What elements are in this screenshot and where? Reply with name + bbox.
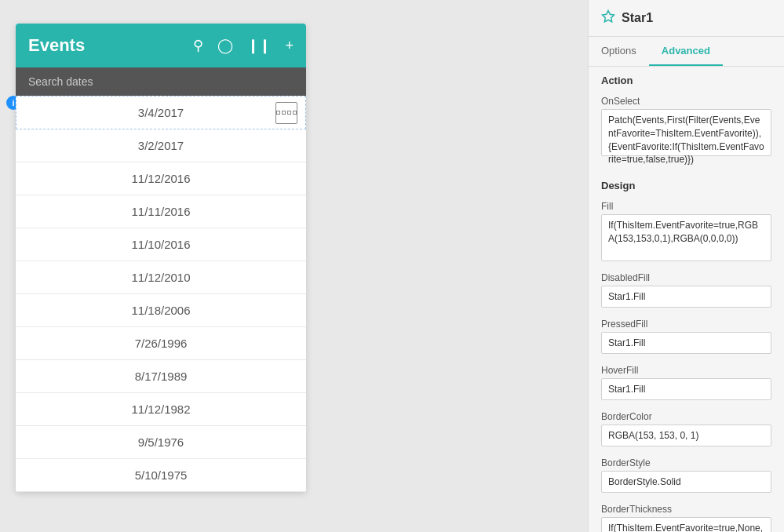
handle-br [293,111,297,115]
panel-title: Star1 [622,11,653,25]
list-item[interactable]: 3/2/2017 [16,129,306,162]
panel-header: Star1 [589,0,784,37]
list-item[interactable]: 11/10/2016 [16,228,306,261]
field-label-borderstyle: BorderStyle [589,453,784,471]
list-item[interactable]: 5/10/1975 [16,459,306,492]
date-value: 11/12/2010 [131,271,190,284]
header-icons: ⚲ ◯ ❙❙ + [193,37,294,54]
section-action-label: Action [589,67,784,91]
field-value-borderstyle[interactable]: BorderStyle.Solid [601,471,771,493]
field-label-bordercolor: BorderColor [589,406,784,425]
field-label-pressedfill: PressedFill [589,314,784,332]
field-value-hoverfill[interactable]: Star1.Fill [601,378,771,400]
selection-handles [275,102,297,124]
field-value-borderthickness[interactable]: If(ThisItem.EventFavorite=true,None,Soli… [601,517,771,532]
list-container: 3/4/2017 3/2/2017 11/12/2016 11/11/2016 … [16,96,306,492]
date-value: 5/10/1975 [135,468,188,482]
star-icon [601,9,615,27]
date-value: 11/11/2016 [131,205,190,218]
handle-bl [287,111,291,115]
list-item[interactable]: 3/4/2017 [16,96,306,129]
date-value: 3/4/2017 [138,106,184,119]
date-value: 11/18/2006 [131,304,190,317]
list-item[interactable]: 11/11/2016 [16,195,306,228]
list-item[interactable]: 7/26/1996 [16,327,306,360]
field-value-fill[interactable]: If(ThisItem.EventFavorite=true,RGBA(153,… [601,214,771,261]
date-value: 9/5/1976 [138,435,184,449]
date-value: 3/2/2017 [138,139,184,152]
widget-header: Events ⚲ ◯ ❙❙ + [16,24,306,67]
canvas-area: i Events ⚲ ◯ ❙❙ + Search dates 3/4/2017 [0,0,588,532]
field-label-borderthickness: BorderThickness [589,499,784,517]
widget-title: Events [28,35,85,56]
app-widget: Events ⚲ ◯ ❙❙ + Search dates 3/4/2017 [16,24,306,492]
list-item[interactable]: 11/12/1982 [16,393,306,426]
field-value-disabledfill[interactable]: Star1.Fill [601,286,771,308]
tab-advanced[interactable]: Advanced [649,37,723,66]
date-value: 11/12/1982 [131,403,190,416]
add-icon[interactable]: + [285,38,294,54]
section-design-label: Design [589,172,784,196]
list-item[interactable]: 11/18/2006 [16,294,306,327]
tab-options[interactable]: Options [589,37,649,66]
refresh-icon[interactable]: ◯ [217,37,233,54]
date-value: 8/17/1989 [135,370,188,383]
field-value-bordercolor[interactable]: RGBA(153, 153, 0, 1) [601,425,771,446]
field-label-fill: Fill [589,196,784,214]
panel-tabs: Options Advanced [589,37,784,67]
search-icon[interactable]: ⚲ [193,37,203,54]
pause-icon[interactable]: ❙❙ [247,37,271,54]
field-label-disabledfill: DisabledFill [589,268,784,286]
right-panel: Star1 Options Advanced Action OnSelect P… [588,0,784,532]
list-item[interactable]: 11/12/2010 [16,261,306,294]
handle-tr [282,111,286,115]
date-value: 11/10/2016 [131,238,190,251]
date-value: 7/26/1996 [135,337,188,350]
search-placeholder: Search dates [28,75,93,88]
field-value-onselect[interactable]: Patch(Events,First(Filter(Events,EventFa… [601,109,771,156]
list-item[interactable]: 9/5/1976 [16,426,306,459]
field-label-onselect: OnSelect [589,91,784,109]
field-value-pressedfill[interactable]: Star1.Fill [601,332,771,354]
list-item[interactable]: 11/12/2016 [16,162,306,195]
handle-tl [276,111,280,115]
field-label-hoverfill: HoverFill [589,360,784,378]
svg-marker-0 [603,11,614,22]
date-value: 11/12/2016 [131,172,190,185]
search-bar[interactable]: Search dates [16,67,306,96]
list-item[interactable]: 8/17/1989 [16,360,306,393]
